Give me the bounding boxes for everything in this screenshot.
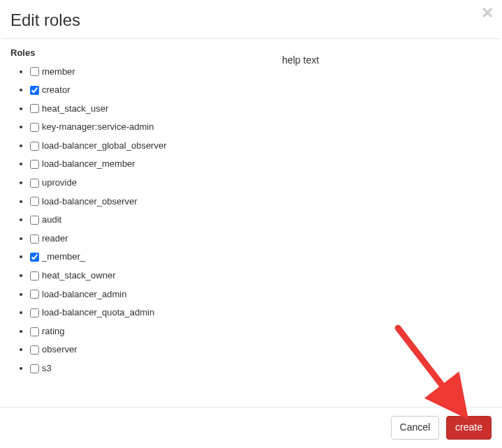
role-checkbox[interactable] — [30, 271, 39, 281]
list-item: load-balancer_global_observer — [30, 136, 275, 155]
role-label: load-balancer_admin — [42, 289, 126, 299]
list-item: load-balancer_member — [30, 155, 275, 174]
role-checkbox[interactable] — [30, 345, 39, 354]
modal-body: Roles membercreatorheat_stack_userkey-ma… — [0, 39, 502, 383]
role-label: member — [42, 66, 75, 77]
role-checkbox[interactable] — [30, 104, 39, 113]
list-item: load-balancer_admin — [30, 285, 275, 304]
role-label: key-manager:service-admin — [42, 121, 154, 132]
cancel-button[interactable]: Cancel — [391, 416, 440, 440]
role-label: uprovide — [42, 177, 77, 188]
role-label: heat_stack_owner — [42, 270, 116, 281]
roles-column: Roles membercreatorheat_stack_userkey-ma… — [10, 47, 275, 378]
role-checkbox[interactable] — [30, 179, 39, 188]
list-item: load-balancer_observer — [30, 192, 275, 211]
list-item: heat_stack_owner — [30, 267, 275, 285]
role-checkbox[interactable] — [30, 253, 39, 262]
create-button[interactable]: create — [446, 416, 492, 440]
list-item: key-manager:service-admin — [30, 118, 275, 137]
list-item: reader — [30, 229, 275, 248]
modal-title: Edit roles — [10, 10, 492, 30]
role-label: rating — [42, 326, 65, 336]
list-item: load-balancer_quota_admin — [30, 304, 275, 322]
role-checkbox[interactable] — [30, 216, 39, 225]
roles-section-label: Roles — [10, 47, 275, 58]
role-checkbox[interactable] — [30, 197, 39, 206]
role-label: heat_stack_user — [42, 103, 108, 114]
role-label: _member_ — [42, 252, 85, 262]
role-checkbox[interactable] — [30, 234, 39, 244]
role-label: load-balancer_observer — [42, 196, 138, 207]
list-item: member — [30, 62, 275, 81]
roles-list: membercreatorheat_stack_userkey-manager:… — [10, 62, 275, 378]
modal-footer: Cancel create — [0, 407, 502, 448]
list-item: uprovide — [30, 174, 275, 193]
role-label: s3 — [42, 363, 52, 373]
role-checkbox[interactable] — [30, 123, 39, 132]
role-checkbox[interactable] — [30, 142, 39, 151]
help-text: help text — [282, 47, 492, 66]
list-item: observer — [30, 341, 275, 359]
role-label: load-balancer_global_observer — [42, 140, 167, 151]
list-item: creator — [30, 81, 275, 100]
role-checkbox[interactable] — [30, 86, 39, 95]
modal-header: Edit roles ✕ — [0, 0, 502, 38]
list-item: heat_stack_user — [30, 99, 275, 118]
role-checkbox[interactable] — [30, 290, 39, 299]
role-label: load-balancer_quota_admin — [42, 307, 154, 318]
close-icon[interactable]: ✕ — [481, 6, 494, 21]
role-label: observer — [42, 345, 77, 355]
list-item: s3 — [30, 359, 275, 378]
role-checkbox[interactable] — [30, 364, 39, 373]
list-item: audit — [30, 211, 275, 230]
role-checkbox[interactable] — [30, 327, 39, 336]
role-label: audit — [42, 214, 61, 225]
help-column: help text — [275, 47, 492, 378]
role-checkbox[interactable] — [30, 67, 39, 76]
role-checkbox[interactable] — [30, 160, 39, 169]
role-label: reader — [42, 233, 68, 244]
role-checkbox[interactable] — [30, 308, 39, 318]
list-item: _member_ — [30, 248, 275, 267]
role-label: creator — [42, 84, 70, 95]
list-item: rating — [30, 322, 275, 341]
role-label: load-balancer_member — [42, 159, 135, 170]
